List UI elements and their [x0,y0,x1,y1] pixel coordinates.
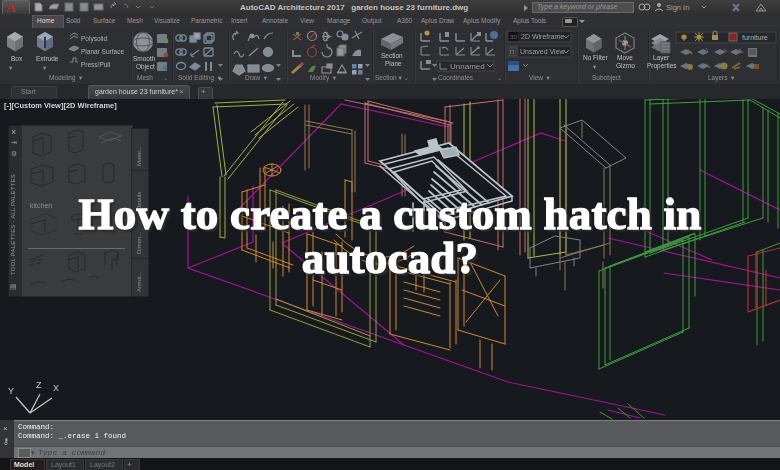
svg-text:Y: Y [8,386,14,396]
svg-text:Z: Z [36,380,42,390]
svg-text:Sign In: Sign In [666,3,689,12]
svg-text:X: X [53,383,59,393]
